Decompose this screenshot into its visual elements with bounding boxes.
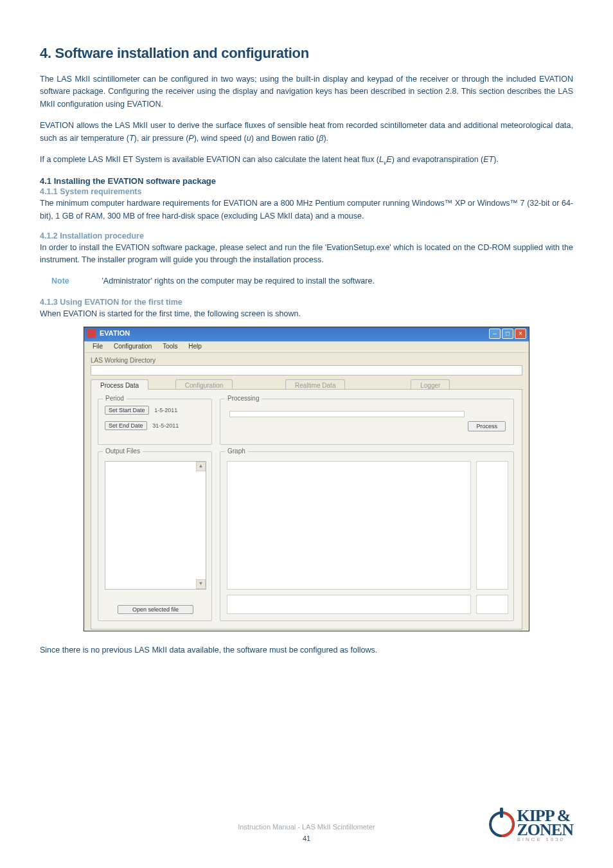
period-label: Period <box>103 395 127 402</box>
open-selected-file-button[interactable]: Open selected file <box>118 605 193 614</box>
paragraph-intro: The LAS MkII scintillometer can be confi… <box>40 73 573 111</box>
window-title: EVATION <box>100 329 130 337</box>
text: ) and evapotranspiration ( <box>392 155 483 164</box>
minimize-button[interactable]: – <box>489 329 501 339</box>
close-button[interactable]: × <box>515 329 526 339</box>
text: If a complete LAS MkII ET System is avai… <box>40 155 379 164</box>
output-files-listbox[interactable]: ▲ ▼ <box>105 461 206 590</box>
tab-logger[interactable]: Logger <box>411 379 450 390</box>
var-T: T <box>129 134 134 143</box>
set-end-date-button[interactable]: Set End Date <box>105 421 147 430</box>
menu-file[interactable]: File <box>88 341 107 351</box>
start-date-value: 1-5-2011 <box>154 407 177 413</box>
window-titlebar: EVATION – □ × <box>84 327 529 341</box>
text: ) and Bowen ratio ( <box>251 134 319 143</box>
var-LvE-L: L <box>379 155 384 164</box>
paragraph-variables: EVATION allows the LAS MkII user to deri… <box>40 120 573 145</box>
paragraph-configure: Since there is no previous LAS MkII data… <box>40 644 573 656</box>
var-P: P <box>188 134 193 143</box>
menu-configuration[interactable]: Configuration <box>109 341 156 351</box>
graph-pane-side <box>476 461 508 590</box>
text: ). <box>323 134 328 143</box>
period-groupbox: Period Set Start Date 1-5-2011 Set End D… <box>98 399 212 445</box>
menubar: File Configuration Tools Help <box>84 341 529 353</box>
var-LvE-E: E <box>386 155 391 164</box>
tab-panel: Period Set Start Date 1-5-2011 Set End D… <box>91 389 522 629</box>
output-files-label: Output Files <box>103 448 143 455</box>
menu-tools[interactable]: Tools <box>158 341 182 351</box>
section-4-1-2-heading: 4.1.2 Installation procedure <box>40 231 573 240</box>
end-date-value: 31-5-2011 <box>152 422 179 429</box>
progress-bar <box>229 411 465 417</box>
graph-pane-bottom <box>227 595 471 614</box>
paragraph-et: If a complete LAS MkII ET System is avai… <box>40 154 573 167</box>
paragraph-first-time: When EVATION is started for the first ti… <box>40 308 573 320</box>
var-ET: ET <box>483 155 493 164</box>
var-u: u <box>247 134 251 143</box>
text: ), air pressure ( <box>134 134 189 143</box>
note-label: Note <box>51 276 99 285</box>
note-text: 'Administrator' rights on the computer m… <box>102 276 374 285</box>
working-directory-label: LAS Working Directory <box>91 357 522 364</box>
set-start-date-button[interactable]: Set Start Date <box>105 406 149 415</box>
text: ). <box>493 155 499 164</box>
paragraph-sysreq: The minimum computer hardware requiremen… <box>40 197 573 222</box>
text: ), wind speed ( <box>194 134 247 143</box>
section-4-1-heading: 4.1 Installing the EVATION software pack… <box>40 176 573 186</box>
processing-groupbox: Processing Process <box>220 399 514 445</box>
logo-since: SINCE 1830 <box>517 836 573 842</box>
tab-realtime-data[interactable]: Realtime Data <box>285 379 345 390</box>
output-files-groupbox: Output Files ▲ ▼ Open selected file <box>98 451 212 621</box>
processing-label: Processing <box>225 395 262 402</box>
graph-pane-corner <box>476 595 508 614</box>
graph-groupbox: Graph <box>220 451 514 621</box>
tab-configuration[interactable]: Configuration <box>175 379 233 390</box>
section-4-1-3-heading: 4.1.3 Using EVATION for the first time <box>40 298 573 307</box>
process-button[interactable]: Process <box>468 421 506 431</box>
tab-process-data[interactable]: Process Data <box>91 379 148 390</box>
graph-pane-main <box>227 461 471 590</box>
note-block: Note 'Administrator' rights on the compu… <box>40 275 573 286</box>
app-icon <box>87 329 96 338</box>
evation-screenshot: EVATION – □ × File Configuration Tools H… <box>84 327 529 631</box>
menu-help[interactable]: Help <box>184 341 206 351</box>
section-4-1-1-heading: 4.1.1 System requirements <box>40 187 573 196</box>
scroll-up-icon[interactable]: ▲ <box>196 462 206 471</box>
logo-line2: ZONEN <box>517 823 573 836</box>
maximize-button[interactable]: □ <box>502 329 513 339</box>
main-heading: 4. Software installation and configurati… <box>40 45 573 62</box>
kipp-zonen-logo: KIPP & ZONEN SINCE 1830 <box>517 809 573 842</box>
paragraph-install: In order to install the EVATION software… <box>40 242 573 267</box>
graph-label: Graph <box>225 448 248 455</box>
logo-mark-icon <box>489 811 515 837</box>
working-directory-field[interactable] <box>91 365 522 375</box>
scroll-down-icon[interactable]: ▼ <box>196 579 206 589</box>
